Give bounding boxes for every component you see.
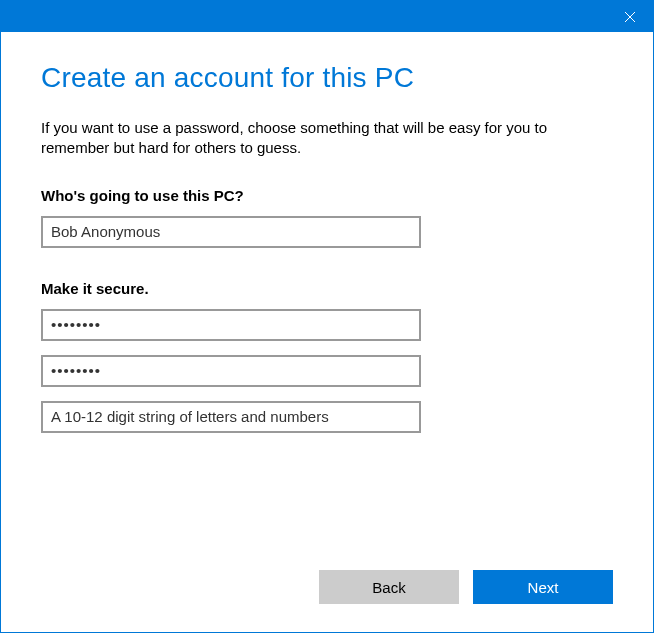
footer: Back Next xyxy=(1,570,653,632)
titlebar xyxy=(1,1,653,32)
next-button[interactable]: Next xyxy=(473,570,613,604)
close-icon xyxy=(625,12,635,22)
page-title: Create an account for this PC xyxy=(41,62,613,94)
username-label: Who's going to use this PC? xyxy=(41,187,613,204)
dialog-window: Create an account for this PC If you wan… xyxy=(0,0,654,633)
password-hint-input[interactable] xyxy=(41,401,421,433)
security-label: Make it secure. xyxy=(41,280,613,297)
content-area: Create an account for this PC If you wan… xyxy=(1,32,653,570)
spacer xyxy=(41,447,613,551)
back-button[interactable]: Back xyxy=(319,570,459,604)
username-input[interactable] xyxy=(41,216,421,248)
confirm-password-input[interactable] xyxy=(41,355,421,387)
close-button[interactable] xyxy=(607,1,653,32)
page-description: If you want to use a password, choose so… xyxy=(41,118,613,159)
password-input[interactable] xyxy=(41,309,421,341)
